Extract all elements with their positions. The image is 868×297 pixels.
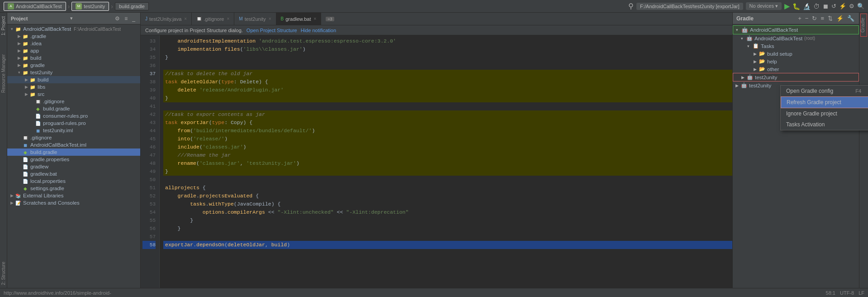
open-project-structure-link[interactable]: Open Project Structure xyxy=(247,28,297,33)
tree-local-props[interactable]: 📄 local.properties xyxy=(7,177,140,185)
tree-app[interactable]: ▶ 📁 app xyxy=(7,47,140,54)
gradle-item-label: test2unity xyxy=(755,75,777,80)
tree-arrow: ▶ xyxy=(24,85,29,89)
gear-icon[interactable]: ⚙ xyxy=(114,15,121,22)
run-gradle-btn[interactable]: ⚡ xyxy=(835,14,844,22)
java-icon: J xyxy=(145,16,147,21)
tree-build-t2u[interactable]: ▶ 📁 build xyxy=(7,76,140,83)
tree-arrow: ▾ xyxy=(747,44,753,48)
gradle-item-root[interactable]: ▾ 🤖 AndroidCallBackTest xyxy=(733,25,859,34)
devices-selector[interactable]: No devices ▾ xyxy=(746,2,782,10)
tree-proguard-rules[interactable]: 📄 proguard-rules.pro xyxy=(7,120,140,127)
gradle-item-tasks[interactable]: ▾ 📋 Tasks xyxy=(733,42,859,50)
tree-ext-libs[interactable]: ▶ 📚 External Libraries xyxy=(7,192,140,199)
context-menu-ignore[interactable]: Ignore Gradle project xyxy=(781,108,868,119)
close-icon[interactable]: × xyxy=(269,16,271,21)
coverage-button[interactable]: 🔬 xyxy=(803,3,811,10)
tab-count: =3 xyxy=(326,17,334,21)
tab-gradlew-bat[interactable]: B gradlew.bat × xyxy=(276,13,322,25)
tree-gradlew-bat[interactable]: 📄 gradlew.bat xyxy=(7,170,140,177)
search-icon[interactable]: ⚲ xyxy=(628,2,634,10)
settings-button[interactable]: ⚙ xyxy=(849,3,854,10)
tree-arrow: ▾ xyxy=(741,36,746,41)
title-tab-test2unity[interactable]: M test2unity xyxy=(71,2,109,11)
tree-src[interactable]: ▶ 📁 src xyxy=(7,91,140,98)
tree-arrow: ▶ xyxy=(735,83,741,88)
close-icon[interactable]: × xyxy=(314,16,317,21)
tree-iml-t2u[interactable]: ◼ test2unity.iml xyxy=(7,127,140,134)
tree-settings-gradle[interactable]: ◆ settings.gradle xyxy=(7,185,140,192)
sync-button[interactable]: ↺ xyxy=(831,3,836,10)
tree-label: .idea xyxy=(30,41,42,46)
tree-root[interactable]: ▾ 📁 AndroidCallBackTest F:\AndroidCallBa… xyxy=(7,25,140,33)
add-gradle-btn[interactable]: + xyxy=(797,14,802,22)
tree-arrow: ▶ xyxy=(754,52,759,56)
tab-test2unity-module[interactable]: M test2unity × xyxy=(234,13,276,25)
tree-arrow: ▶ xyxy=(9,193,14,198)
tree-iml-root[interactable]: ◼ AndroidCallBackTest.iml xyxy=(7,141,140,148)
gradle-item-build-setup[interactable]: ▶ 📂 build setup xyxy=(733,50,859,57)
tree-gradle[interactable]: ▶ 📁 .gradle xyxy=(7,33,140,40)
debug-button[interactable]: 🐛 xyxy=(792,3,800,10)
code-line: } xyxy=(163,53,732,62)
tree-label: build xyxy=(38,77,48,82)
tree-buildgradle-t2u[interactable]: ◆ build.gradle xyxy=(7,105,140,112)
gradle-item-help[interactable]: ▶ 📂 help xyxy=(733,57,859,65)
search-everywhere[interactable]: 🔍 xyxy=(857,3,864,10)
project-panel: Project ▾ ⚙ ≡ _ ▾ 📁 AndroidCallBackTest … xyxy=(7,13,141,288)
context-menu-refresh[interactable]: Refresh Gradle project xyxy=(781,96,868,108)
tree-libs[interactable]: ▶ 📁 libs xyxy=(7,83,140,91)
close-icon[interactable]: × xyxy=(227,16,229,21)
gradle-item-test2unity[interactable]: ▶ 🤖 test2unity xyxy=(733,73,859,81)
bat-icon: 📄 xyxy=(22,171,29,177)
tree-gradlew[interactable]: 📄 gradlew xyxy=(7,163,140,170)
refresh-gradle-btn[interactable]: ↻ xyxy=(811,14,818,22)
gradle-vertical-tab[interactable]: Gradle xyxy=(860,14,867,37)
tree-label: build.gradle xyxy=(30,149,57,155)
code-line xyxy=(163,233,732,241)
tab-test2unity-java[interactable]: J test2Unity.java × xyxy=(141,13,192,25)
settings-gradle-btn[interactable]: 🔧 xyxy=(846,14,855,22)
resource-manager-tab[interactable]: Resource Manager xyxy=(0,52,7,96)
close-icon[interactable]: × xyxy=(184,16,187,21)
tree-build-root[interactable]: ▶ 📁 build xyxy=(7,54,140,62)
tree-consumer-rules[interactable]: 📄 consumer-rules.pro xyxy=(7,112,140,120)
project-tab[interactable]: 1: Project xyxy=(0,14,7,38)
tree-test2unity[interactable]: ▾ 📁 test2unity xyxy=(7,69,140,76)
more-tabs[interactable]: =3 xyxy=(321,17,337,21)
title-tab-buildgradle[interactable]: build.gradle xyxy=(115,2,149,10)
hide-notification-link[interactable]: Hide notification xyxy=(301,28,336,33)
remove-gradle-btn[interactable]: − xyxy=(804,14,810,22)
collapse-all-icon[interactable]: ≡ xyxy=(123,15,129,22)
tree-buildgradle-root[interactable]: ◆ build.gradle xyxy=(7,148,140,156)
gradle-sync-icon[interactable]: ⚡ xyxy=(839,3,846,10)
tree-gradle-props[interactable]: 📄 gradle.properties xyxy=(7,156,140,163)
gradle-item-other[interactable]: ▶ 📂 other xyxy=(733,65,859,73)
tree-idea[interactable]: ▶ 📁 .idea xyxy=(7,40,140,47)
stop-button[interactable]: ⏹ xyxy=(822,3,829,10)
structure-tab[interactable]: 2: Structure xyxy=(0,259,7,288)
folder-icon: 📂 xyxy=(759,58,765,64)
tree-gitignore-root[interactable]: 🔲 .gitignore xyxy=(7,134,140,141)
project-dropdown[interactable]: ▾ xyxy=(70,15,73,21)
tab-gitignore[interactable]: 🔲 .gitignore × xyxy=(192,13,234,25)
gradle-item-project[interactable]: ▾ 🤖 AndroidCallBackTest (root) xyxy=(733,34,859,42)
tree-label: gradle xyxy=(30,62,45,68)
status-text: http://www.androidhive.info/2016/simple-… xyxy=(4,290,111,296)
profile-button[interactable]: ⏱ xyxy=(813,3,820,10)
tree-arrow: ▶ xyxy=(754,59,759,64)
context-menu-tasks-activation[interactable]: Tasks Activation xyxy=(781,119,868,130)
tree-scratches[interactable]: ▶ 📝 Scratches and Consoles xyxy=(7,199,140,206)
sort-gradle-btn[interactable]: ⇅ xyxy=(827,14,834,22)
context-menu-open-gradle[interactable]: Open Gradle config F4 xyxy=(781,86,868,96)
hide-panel-icon[interactable]: _ xyxy=(131,15,137,22)
tree-arrow: ▾ xyxy=(736,28,741,32)
tree-gradle-folder[interactable]: ▶ 📁 gradle xyxy=(7,62,140,69)
title-tab-androidcallbacktest[interactable]: A AndroidCallBackTest xyxy=(4,2,66,11)
tree-label: proguard-rules.pro xyxy=(43,120,86,126)
tab-label: gradlew.bat xyxy=(285,16,311,22)
list-gradle-btn[interactable]: ≡ xyxy=(820,14,825,22)
run-button[interactable]: ▶ xyxy=(784,2,790,10)
code-editor[interactable]: androidTestImplementation 'androidx.test… xyxy=(160,35,732,288)
tree-gitignore-t2u[interactable]: 🔲 .gitignore xyxy=(7,98,140,105)
